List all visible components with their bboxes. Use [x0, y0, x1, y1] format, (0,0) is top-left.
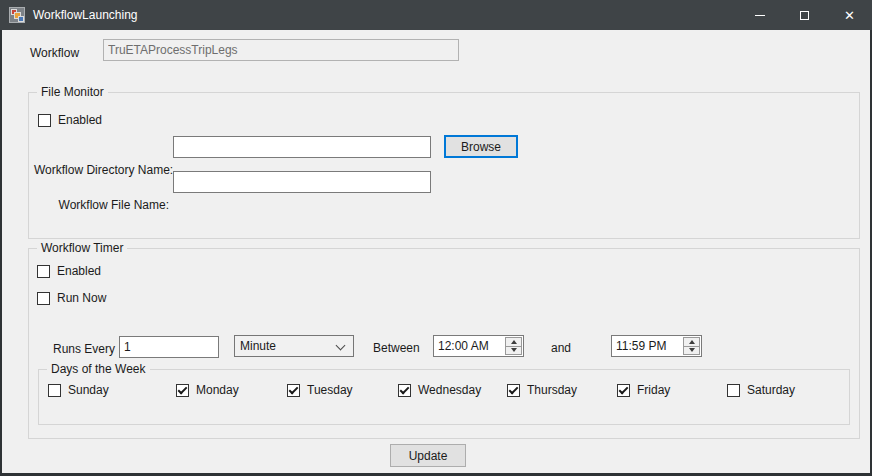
day-label: Sunday: [68, 383, 109, 397]
end-time-spinner: [683, 337, 700, 355]
workflow-name-field: [103, 39, 459, 61]
runs-every-input[interactable]: [119, 336, 219, 358]
checkbox-icon[interactable]: [176, 384, 189, 397]
browse-button[interactable]: Browse: [444, 135, 518, 158]
maximize-button[interactable]: [782, 0, 827, 30]
chevron-up-icon: [689, 340, 695, 344]
window-controls: ✕: [737, 0, 872, 30]
spinner-down-button[interactable]: [683, 346, 700, 356]
workflow-file-input[interactable]: [173, 171, 431, 193]
day-checkbox-thursday[interactable]: Thursday: [507, 383, 577, 397]
spinner-down-button[interactable]: [505, 346, 522, 356]
start-time-spinner: [505, 337, 522, 355]
day-checkbox-tuesday[interactable]: Tuesday: [287, 383, 353, 397]
chevron-down-icon: [689, 348, 695, 352]
icon-blue-square: [18, 16, 24, 22]
checkbox-icon[interactable]: [398, 384, 411, 397]
checkbox-icon[interactable]: [287, 384, 300, 397]
days-of-week-group: Days of the Week Sunday Monday Tuesday W…: [38, 369, 850, 425]
days-of-week-group-title: Days of the Week: [47, 362, 150, 376]
file-monitor-group: File Monitor Enabled Workflow Directory …: [28, 92, 860, 239]
close-icon: ✕: [844, 9, 855, 22]
day-label: Tuesday: [307, 383, 353, 397]
run-now-label: Run Now: [57, 291, 106, 305]
chevron-down-icon: [511, 348, 517, 352]
form-body: Workflow File Monitor Enabled Workflow D…: [2, 30, 870, 473]
workflow-launching-window: WorkflowLaunching ✕ Workflow File Monito…: [0, 0, 872, 476]
checkbox-icon[interactable]: [617, 384, 630, 397]
checkbox-icon[interactable]: [727, 384, 740, 397]
checkbox-icon[interactable]: [37, 265, 50, 278]
between-label: Between: [373, 341, 420, 355]
day-checkbox-wednesday[interactable]: Wednesday: [398, 383, 481, 397]
day-checkbox-monday[interactable]: Monday: [176, 383, 239, 397]
start-time-value: 12:00 AM: [438, 339, 489, 353]
day-checkbox-saturday[interactable]: Saturday: [727, 383, 795, 397]
day-label: Monday: [196, 383, 239, 397]
day-label: Wednesday: [418, 383, 481, 397]
run-now-checkbox[interactable]: Run Now: [37, 291, 106, 305]
checkbox-icon[interactable]: [37, 292, 50, 305]
chevron-down-icon: [336, 341, 346, 351]
maximize-icon: [800, 11, 809, 20]
interval-unit-dropdown[interactable]: Minute: [234, 335, 354, 357]
day-checkbox-sunday[interactable]: Sunday: [48, 383, 109, 397]
window-title: WorkflowLaunching: [33, 8, 138, 22]
day-label: Saturday: [747, 383, 795, 397]
checkbox-icon[interactable]: [48, 384, 61, 397]
chevron-up-icon: [511, 340, 517, 344]
checkbox-icon[interactable]: [507, 384, 520, 397]
file-monitor-group-title: File Monitor: [37, 85, 108, 99]
file-monitor-enabled-label: Enabled: [58, 113, 102, 127]
title-bar: WorkflowLaunching ✕: [0, 0, 872, 30]
end-time-picker[interactable]: 11:59 PM: [611, 335, 702, 357]
checkbox-icon[interactable]: [38, 114, 51, 127]
workflow-label: Workflow: [30, 46, 79, 60]
workflow-directory-input[interactable]: [173, 136, 431, 158]
workflow-directory-label: Workflow Directory Name:: [34, 163, 169, 177]
timer-enabled-label: Enabled: [57, 264, 101, 278]
day-label: Thursday: [527, 383, 577, 397]
minimize-icon: [755, 15, 765, 16]
workflow-timer-group: Workflow Timer Enabled Run Now Runs Ever…: [28, 248, 860, 439]
timer-enabled-checkbox[interactable]: Enabled: [37, 264, 101, 278]
minimize-button[interactable]: [737, 0, 782, 30]
winforms-form-icon: [9, 7, 25, 23]
interval-unit-value: Minute: [240, 339, 276, 353]
workflow-timer-group-title: Workflow Timer: [37, 241, 127, 255]
day-checkbox-friday[interactable]: Friday: [617, 383, 670, 397]
update-button[interactable]: Update: [390, 444, 466, 467]
end-time-value: 11:59 PM: [616, 339, 666, 353]
workflow-file-label: Workflow File Name:: [34, 198, 169, 212]
runs-every-label: Runs Every: [53, 342, 115, 356]
day-label: Friday: [637, 383, 670, 397]
start-time-picker[interactable]: 12:00 AM: [433, 335, 524, 357]
and-label: and: [551, 341, 571, 355]
file-monitor-enabled-checkbox[interactable]: Enabled: [38, 113, 102, 127]
close-button[interactable]: ✕: [827, 0, 872, 30]
